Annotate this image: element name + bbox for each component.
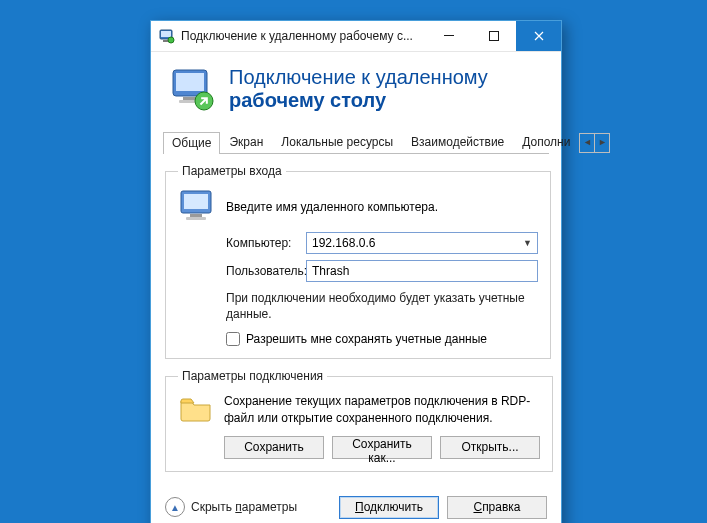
hide-options-label: Скрыть параметры (191, 500, 297, 514)
svg-rect-14 (186, 217, 206, 220)
svg-rect-4 (444, 35, 454, 36)
open-button[interactable]: Открыть... (440, 436, 540, 459)
save-credentials-input[interactable] (226, 332, 240, 346)
header-line1: Подключение к удаленному (229, 66, 488, 88)
header-line2: рабочему столу (229, 89, 386, 111)
user-label: Пользователь: (226, 264, 306, 278)
tab-scroll: ◄ ► (579, 133, 610, 153)
window-title: Подключение к удаленному рабочему с... (181, 29, 426, 43)
connection-legend: Параметры подключения (178, 369, 327, 383)
close-button[interactable] (516, 21, 561, 51)
hide-options-link[interactable]: ▲ Скрыть параметры (165, 497, 297, 517)
computer-label: Компьютер: (226, 236, 306, 250)
computer-icon (178, 188, 218, 226)
tab-экран[interactable]: Экран (220, 131, 272, 153)
login-intro: Введите имя удаленного компьютера. (226, 200, 438, 214)
computer-combo[interactable]: 192.168.0.6 ▼ (306, 232, 538, 254)
collapse-icon: ▲ (165, 497, 185, 517)
credentials-note: При подключении необходимо будет указать… (226, 290, 538, 322)
login-group: Параметры входа Введите имя удаленного к… (165, 164, 551, 359)
footer: ▲ Скрыть параметры Подключить Справка (151, 486, 561, 523)
tab-scroll-right[interactable]: ► (594, 134, 609, 152)
svg-rect-7 (176, 73, 204, 91)
tab-дополни[interactable]: Дополни (513, 131, 579, 153)
connection-text: Сохранение текущих параметров подключени… (224, 393, 540, 425)
tab-локальные-ресурсы[interactable]: Локальные ресурсы (272, 131, 402, 153)
rdp-window: Подключение к удаленному рабочему с... П… (150, 20, 562, 523)
maximize-button[interactable] (471, 21, 516, 51)
header-title: Подключение к удаленному рабочему столу (229, 66, 488, 112)
login-legend: Параметры входа (178, 164, 286, 178)
svg-rect-1 (161, 31, 171, 37)
titlebar[interactable]: Подключение к удаленному рабочему с... (151, 21, 561, 52)
tab-scroll-left[interactable]: ◄ (580, 134, 594, 152)
username-input[interactable] (306, 260, 538, 282)
connection-group: Параметры подключения Сохранение текущих… (165, 369, 553, 471)
save-credentials-checkbox[interactable]: Разрешить мне сохранять учетные данные (226, 332, 538, 346)
header: Подключение к удаленному рабочему столу (151, 52, 561, 130)
svg-rect-13 (190, 214, 202, 217)
tab-общие[interactable]: Общие (163, 132, 220, 154)
svg-rect-5 (489, 32, 498, 41)
help-button[interactable]: Справка (447, 496, 547, 519)
folder-icon (178, 393, 214, 425)
save-button[interactable]: Сохранить (224, 436, 324, 459)
save-credentials-label: Разрешить мне сохранять учетные данные (246, 332, 487, 346)
computer-value: 192.168.0.6 (312, 236, 517, 250)
dialog-body: Параметры входа Введите имя удаленного к… (151, 154, 561, 486)
save-as-button[interactable]: Сохранить как... (332, 436, 432, 459)
connect-button[interactable]: Подключить (339, 496, 439, 519)
rdp-logo-icon (169, 66, 215, 112)
chevron-down-icon: ▼ (517, 238, 532, 248)
tab-strip: ОбщиеЭкранЛокальные ресурсыВзаимодействи… (163, 130, 549, 154)
minimize-button[interactable] (426, 21, 471, 51)
app-icon (159, 28, 175, 44)
svg-rect-12 (184, 194, 208, 209)
tab-взаимодействие[interactable]: Взаимодействие (402, 131, 513, 153)
svg-point-3 (168, 37, 174, 43)
